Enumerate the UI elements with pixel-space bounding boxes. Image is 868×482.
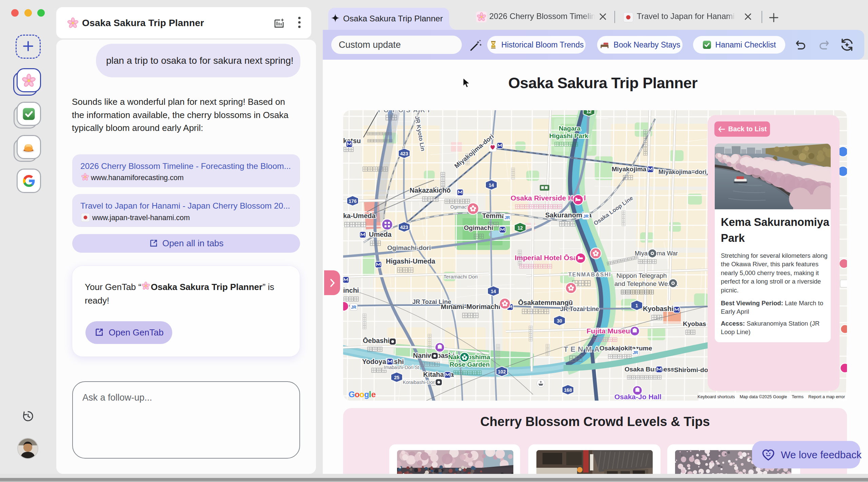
svg-text:30: 30: [557, 318, 562, 324]
svg-text:o: o: [359, 390, 364, 399]
svg-text:14: 14: [491, 289, 496, 294]
svg-text:Yodoyabashi: Yodoyabashi: [362, 358, 404, 365]
svg-text:JR Tozai Line: JR Tozai Line: [560, 306, 599, 312]
svg-text:423: 423: [400, 225, 408, 230]
svg-text:JR: JR: [583, 214, 589, 219]
svg-text:423: 423: [400, 151, 408, 156]
svg-text:e: e: [371, 390, 376, 399]
svg-text:Ōebashi: Ōebashi: [363, 337, 390, 344]
svg-text:Ogimachi: Ogimachi: [464, 224, 493, 231]
svg-text:JR: JR: [633, 350, 638, 355]
svg-text:Imabashi-Dori St: Imabashi-Dori St: [384, 365, 419, 370]
svg-text:Rose Garden: Rose Garden: [450, 361, 490, 368]
svg-text:g: g: [364, 390, 369, 399]
svg-text:o: o: [355, 390, 360, 399]
svg-text:176: 176: [349, 198, 357, 204]
svg-text:Nippon Telegraph: Nippon Telegraph: [616, 272, 667, 279]
svg-text:Teramachi Dori: Teramachi Dori: [443, 274, 478, 279]
svg-text:Temma: Temma: [482, 212, 506, 219]
svg-text:Nagara: Nagara: [559, 125, 581, 132]
svg-text:G: G: [349, 390, 355, 399]
svg-text:inchi: inchi: [343, 287, 359, 294]
svg-text:JR: JR: [351, 305, 356, 310]
svg-text:Ōsakatemmangū: Ōsakatemmangū: [518, 299, 573, 306]
svg-text:Miyakojima=dori: Miyakojima=dori: [658, 169, 707, 175]
svg-text:JR: JR: [505, 215, 510, 220]
svg-text:Shiromi-dor: Shiromi-dor: [674, 366, 711, 373]
svg-text:Osakajokitazume: Osakajokitazume: [599, 345, 652, 352]
svg-text:Ogimachi-dori: Ogimachi-dori: [387, 244, 431, 251]
svg-text:Umeda: Umeda: [369, 231, 392, 238]
svg-text:12: 12: [586, 110, 592, 114]
svg-text:Higashi Park: Higashi Park: [549, 132, 589, 139]
svg-text:25: 25: [394, 375, 399, 380]
svg-text:12: 12: [517, 225, 523, 231]
svg-text:14: 14: [489, 182, 494, 188]
svg-text:TENMABASHI: TENMABASHI: [568, 272, 611, 277]
svg-text:TOYOSAKI: TOYOSAKI: [377, 110, 432, 114]
svg-text:102: 102: [498, 369, 506, 374]
svg-text:1: 1: [635, 303, 638, 308]
svg-text:Miyakojima: Miyakojima: [612, 166, 647, 173]
svg-text:Fujita Museum: Fujita Museum: [587, 327, 636, 335]
svg-text:Higashi-Umeda: Higashi-Umeda: [386, 257, 435, 265]
svg-text:Kyobas: Kyobas: [683, 320, 706, 327]
svg-text:TENMA: TENMA: [564, 345, 602, 353]
svg-text:l: l: [369, 390, 371, 399]
svg-text:Kyobashi: Kyobashi: [643, 305, 673, 312]
svg-text:168: 168: [564, 387, 572, 393]
svg-text:JR Tozai Line: JR Tozai Line: [412, 298, 451, 305]
svg-text:ka-Umeda: ka-Umeda: [343, 212, 376, 219]
svg-text:Imperial Hotel Ōsaka: Imperial Hotel Ōsaka: [515, 254, 585, 262]
svg-text:Nakazakichō: Nakazakichō: [410, 187, 451, 194]
